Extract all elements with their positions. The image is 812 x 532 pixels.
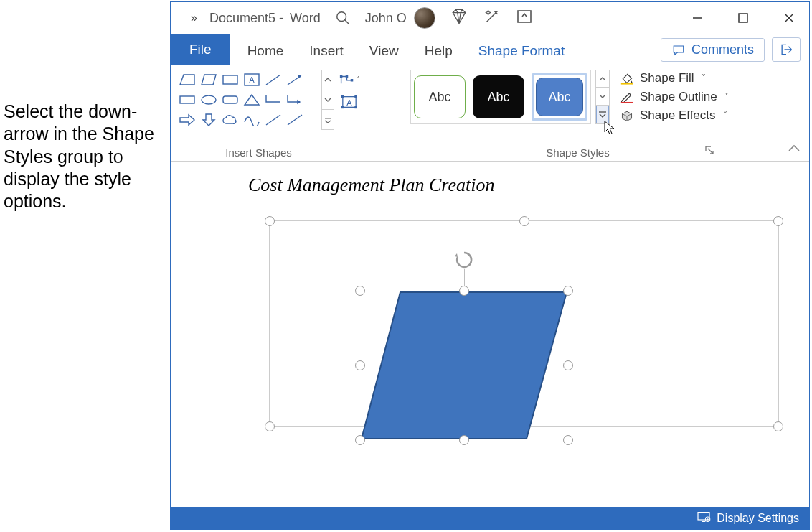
rotation-handle-icon[interactable] (453, 249, 475, 271)
shape-fill-button[interactable]: Shape Fill˅ (620, 71, 729, 85)
insert-shapes-label: Insert Shapes (171, 146, 346, 159)
style-preset-3-selected[interactable]: Abc (532, 73, 587, 121)
shape-handle-e[interactable] (563, 360, 573, 370)
instruction-text: Select the down-arrow in the Shape Style… (4, 101, 161, 213)
shape-handle-se[interactable] (563, 435, 573, 445)
shape-handle-w[interactable] (355, 360, 365, 370)
shapes-gallery[interactable]: A (176, 70, 320, 130)
handle-sw[interactable] (265, 421, 275, 431)
ribbon: A (171, 65, 809, 162)
shape-block-arrow-icon[interactable] (177, 111, 197, 129)
shape-handle-nw[interactable] (355, 286, 365, 296)
shape-roundrect-icon[interactable] (220, 90, 240, 109)
shape-line3-icon[interactable] (285, 111, 305, 129)
styles-up-icon[interactable] (596, 70, 609, 88)
shape-handle-s[interactable] (459, 435, 469, 445)
shape-down-arrow-icon[interactable] (199, 111, 219, 129)
style-preset-2[interactable]: Abc (473, 75, 524, 118)
comments-button[interactable]: Comments (661, 38, 765, 62)
user-account[interactable]: John O (365, 7, 435, 29)
shape-outline-label: Shape Outline (640, 90, 717, 104)
chevron-down-icon[interactable] (322, 90, 334, 111)
shape-handle-ne[interactable] (563, 286, 573, 296)
styles-more-button[interactable] (596, 106, 609, 123)
edit-shape-button[interactable]: ˅ (339, 70, 360, 88)
magic-wand-icon[interactable] (483, 7, 501, 29)
shape-handle-n[interactable] (459, 286, 469, 296)
svg-point-0 (336, 12, 346, 22)
svg-rect-4 (739, 14, 747, 22)
shape-elbow-icon[interactable] (263, 90, 283, 109)
shape-effects-button[interactable]: Shape Effects˅ (620, 108, 729, 123)
svg-point-13 (202, 95, 216, 104)
svg-rect-24 (341, 106, 344, 109)
handle-n[interactable] (519, 216, 529, 226)
shape-styles-spinner[interactable] (595, 70, 610, 124)
style-preset-3: Abc (536, 78, 583, 116)
minimize-button[interactable] (681, 4, 713, 32)
handle-nw[interactable] (265, 216, 275, 226)
dialog-launcher-icon[interactable] (704, 145, 716, 157)
shape-outline-button[interactable]: Shape Outline˅ (620, 90, 729, 104)
svg-rect-14 (223, 96, 237, 103)
tab-shape-format[interactable]: Shape Format (466, 36, 577, 65)
display-settings-label[interactable]: Display Settings (717, 512, 799, 525)
tab-help[interactable]: Help (412, 36, 466, 65)
maximize-button[interactable] (727, 4, 759, 32)
chevron-up-icon[interactable] (322, 70, 334, 90)
styles-down-icon[interactable] (596, 88, 609, 105)
shape-fill-label: Shape Fill (640, 71, 694, 85)
diamond-icon[interactable] (450, 7, 468, 29)
search-icon[interactable] (335, 10, 351, 26)
shape-arrow-line-icon[interactable] (285, 70, 305, 89)
shape-trapezoid-icon[interactable] (177, 70, 197, 89)
mouse-cursor-icon (604, 121, 617, 136)
svg-line-1 (344, 20, 349, 24)
overflow-icon[interactable]: » (191, 11, 195, 24)
document-heading: Cost Management Plan Creation (248, 174, 495, 196)
shape-styles-gallery[interactable]: Abc Abc Abc (410, 70, 591, 124)
handle-ne[interactable] (773, 216, 783, 226)
shape-triangle-icon[interactable] (242, 90, 262, 109)
handle-se[interactable] (773, 421, 783, 431)
shape-rect2-icon[interactable] (177, 90, 197, 109)
selected-shape[interactable] (360, 291, 568, 440)
tab-insert[interactable]: Insert (296, 36, 357, 65)
shape-ellipse-icon[interactable] (199, 90, 219, 109)
document-canvas[interactable]: Cost Management Plan Creation (171, 162, 809, 507)
tab-home[interactable]: Home (235, 36, 297, 65)
shape-rectangle-icon[interactable] (220, 70, 240, 89)
svg-line-16 (288, 115, 302, 125)
tab-file[interactable]: File (171, 34, 230, 65)
display-settings-icon[interactable] (697, 511, 711, 526)
share-button[interactable] (772, 37, 801, 62)
shape-line-icon[interactable] (263, 70, 283, 89)
svg-rect-22 (341, 95, 344, 98)
collapse-ribbon-icon[interactable] (788, 142, 801, 155)
parallelogram-shape[interactable] (360, 291, 568, 440)
shape-line2-icon[interactable] (263, 111, 283, 129)
shape-textbox-icon[interactable]: A (242, 70, 262, 89)
svg-point-34 (707, 518, 709, 520)
shape-parallelogram-icon[interactable] (199, 70, 219, 89)
more-shapes-icon[interactable] (322, 110, 334, 129)
svg-rect-2 (518, 11, 531, 22)
draw-textbox-button[interactable]: A (339, 93, 360, 111)
comments-label: Comments (691, 42, 754, 57)
style-preset-1[interactable]: Abc (414, 75, 466, 118)
tab-view[interactable]: View (357, 36, 412, 65)
present-icon[interactable] (516, 8, 533, 28)
shape-elbow-arrow-icon[interactable] (285, 90, 305, 109)
shape-freeform-icon[interactable] (242, 111, 262, 129)
shapes-gallery-spinner[interactable] (321, 70, 334, 130)
svg-rect-20 (351, 79, 354, 82)
svg-rect-7 (223, 75, 237, 84)
group-insert-shapes: A (176, 70, 360, 158)
close-button[interactable] (773, 4, 805, 32)
group-shape-styles: Abc Abc Abc Sh (410, 70, 729, 158)
shape-cloud-icon[interactable] (220, 111, 240, 129)
svg-text:A: A (346, 98, 352, 107)
shape-effects-label: Shape Effects (640, 108, 716, 123)
svg-rect-23 (354, 95, 357, 98)
shape-handle-sw[interactable] (355, 435, 365, 445)
